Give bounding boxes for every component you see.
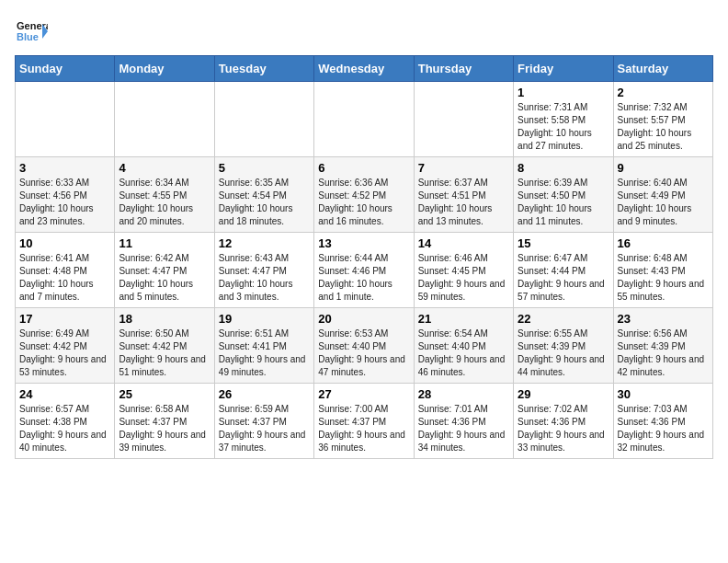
day-info: Sunrise: 7:31 AMSunset: 5:58 PMDaylight:… bbox=[518, 101, 609, 153]
day-number: 28 bbox=[418, 387, 509, 401]
day-info: Sunrise: 6:51 AMSunset: 4:41 PMDaylight:… bbox=[219, 327, 310, 379]
day-number: 12 bbox=[219, 236, 310, 250]
day-cell: 24Sunrise: 6:57 AMSunset: 4:38 PMDayligh… bbox=[16, 384, 115, 459]
day-cell: 14Sunrise: 6:46 AMSunset: 4:45 PMDayligh… bbox=[414, 233, 513, 308]
day-number: 9 bbox=[618, 161, 709, 175]
day-cell bbox=[214, 82, 313, 157]
day-cell bbox=[16, 82, 115, 157]
weekday-header-tuesday: Tuesday bbox=[214, 56, 313, 82]
logo: General Blue bbox=[15, 15, 48, 48]
week-row-5: 24Sunrise: 6:57 AMSunset: 4:38 PMDayligh… bbox=[16, 384, 713, 459]
day-cell: 10Sunrise: 6:41 AMSunset: 4:48 PMDayligh… bbox=[16, 233, 115, 308]
day-cell: 8Sunrise: 6:39 AMSunset: 4:50 PMDaylight… bbox=[514, 157, 613, 233]
day-number: 21 bbox=[418, 312, 509, 326]
day-cell: 5Sunrise: 6:35 AMSunset: 4:54 PMDaylight… bbox=[214, 157, 313, 233]
svg-text:Blue: Blue bbox=[17, 31, 39, 42]
day-number: 5 bbox=[219, 161, 310, 175]
weekday-header-friday: Friday bbox=[514, 56, 613, 82]
day-cell: 4Sunrise: 6:34 AMSunset: 4:55 PMDaylight… bbox=[115, 157, 214, 233]
day-cell: 27Sunrise: 7:00 AMSunset: 4:37 PMDayligh… bbox=[314, 384, 414, 459]
day-cell: 3Sunrise: 6:33 AMSunset: 4:56 PMDaylight… bbox=[16, 157, 115, 233]
logo-svg: General Blue bbox=[15, 15, 48, 48]
day-info: Sunrise: 6:55 AMSunset: 4:39 PMDaylight:… bbox=[518, 327, 609, 379]
day-number: 27 bbox=[318, 387, 409, 401]
day-number: 23 bbox=[618, 312, 709, 326]
day-cell: 15Sunrise: 6:47 AMSunset: 4:44 PMDayligh… bbox=[514, 233, 613, 308]
day-number: 3 bbox=[19, 161, 110, 175]
day-number: 1 bbox=[518, 86, 609, 99]
day-cell: 25Sunrise: 6:58 AMSunset: 4:37 PMDayligh… bbox=[115, 384, 214, 459]
day-cell: 17Sunrise: 6:49 AMSunset: 4:42 PMDayligh… bbox=[16, 308, 115, 384]
day-number: 26 bbox=[219, 387, 310, 401]
day-info: Sunrise: 6:50 AMSunset: 4:42 PMDaylight:… bbox=[119, 327, 210, 379]
day-number: 19 bbox=[219, 312, 310, 326]
day-cell bbox=[314, 82, 414, 157]
day-number: 20 bbox=[318, 312, 409, 326]
day-number: 6 bbox=[318, 161, 409, 175]
day-cell: 13Sunrise: 6:44 AMSunset: 4:46 PMDayligh… bbox=[314, 233, 414, 308]
day-info: Sunrise: 6:54 AMSunset: 4:40 PMDaylight:… bbox=[418, 327, 509, 379]
day-number: 14 bbox=[418, 236, 509, 250]
day-number: 11 bbox=[119, 236, 210, 250]
day-info: Sunrise: 7:02 AMSunset: 4:36 PMDaylight:… bbox=[518, 403, 609, 454]
weekday-header-monday: Monday bbox=[115, 56, 214, 82]
day-info: Sunrise: 6:57 AMSunset: 4:38 PMDaylight:… bbox=[19, 403, 110, 454]
day-number: 8 bbox=[518, 161, 609, 175]
day-number: 2 bbox=[618, 86, 709, 99]
day-cell: 20Sunrise: 6:53 AMSunset: 4:40 PMDayligh… bbox=[314, 308, 414, 384]
weekday-header-row: SundayMondayTuesdayWednesdayThursdayFrid… bbox=[16, 56, 713, 82]
day-info: Sunrise: 6:35 AMSunset: 4:54 PMDaylight:… bbox=[219, 177, 310, 228]
day-info: Sunrise: 7:32 AMSunset: 5:57 PMDaylight:… bbox=[618, 101, 709, 153]
day-number: 25 bbox=[119, 387, 210, 401]
day-cell: 2Sunrise: 7:32 AMSunset: 5:57 PMDaylight… bbox=[613, 82, 712, 157]
calendar-table: SundayMondayTuesdayWednesdayThursdayFrid… bbox=[15, 55, 713, 459]
day-number: 18 bbox=[119, 312, 210, 326]
day-info: Sunrise: 6:59 AMSunset: 4:37 PMDaylight:… bbox=[219, 403, 310, 454]
day-number: 16 bbox=[618, 236, 709, 250]
weekday-header-sunday: Sunday bbox=[16, 56, 115, 82]
day-cell: 11Sunrise: 6:42 AMSunset: 4:47 PMDayligh… bbox=[115, 233, 214, 308]
day-cell: 26Sunrise: 6:59 AMSunset: 4:37 PMDayligh… bbox=[214, 384, 313, 459]
day-number: 13 bbox=[318, 236, 409, 250]
week-row-3: 10Sunrise: 6:41 AMSunset: 4:48 PMDayligh… bbox=[16, 233, 713, 308]
day-cell: 16Sunrise: 6:48 AMSunset: 4:43 PMDayligh… bbox=[613, 233, 712, 308]
day-info: Sunrise: 6:58 AMSunset: 4:37 PMDaylight:… bbox=[119, 403, 210, 454]
day-info: Sunrise: 6:39 AMSunset: 4:50 PMDaylight:… bbox=[518, 177, 609, 228]
day-cell: 29Sunrise: 7:02 AMSunset: 4:36 PMDayligh… bbox=[514, 384, 613, 459]
day-info: Sunrise: 6:37 AMSunset: 4:51 PMDaylight:… bbox=[418, 177, 509, 228]
weekday-header-saturday: Saturday bbox=[613, 56, 712, 82]
day-info: Sunrise: 6:41 AMSunset: 4:48 PMDaylight:… bbox=[19, 252, 110, 304]
day-cell: 19Sunrise: 6:51 AMSunset: 4:41 PMDayligh… bbox=[214, 308, 313, 384]
day-number: 4 bbox=[119, 161, 210, 175]
day-info: Sunrise: 6:47 AMSunset: 4:44 PMDaylight:… bbox=[518, 252, 609, 304]
day-info: Sunrise: 6:44 AMSunset: 4:46 PMDaylight:… bbox=[318, 252, 409, 304]
day-info: Sunrise: 6:48 AMSunset: 4:43 PMDaylight:… bbox=[618, 252, 709, 304]
week-row-1: 1Sunrise: 7:31 AMSunset: 5:58 PMDaylight… bbox=[16, 82, 713, 157]
day-info: Sunrise: 6:53 AMSunset: 4:40 PMDaylight:… bbox=[318, 327, 409, 379]
day-cell: 12Sunrise: 6:43 AMSunset: 4:47 PMDayligh… bbox=[214, 233, 313, 308]
day-info: Sunrise: 6:43 AMSunset: 4:47 PMDaylight:… bbox=[219, 252, 310, 304]
day-cell: 23Sunrise: 6:56 AMSunset: 4:39 PMDayligh… bbox=[613, 308, 712, 384]
day-cell: 1Sunrise: 7:31 AMSunset: 5:58 PMDaylight… bbox=[514, 82, 613, 157]
week-row-2: 3Sunrise: 6:33 AMSunset: 4:56 PMDaylight… bbox=[16, 157, 713, 233]
day-info: Sunrise: 7:03 AMSunset: 4:36 PMDaylight:… bbox=[618, 403, 709, 454]
day-cell: 30Sunrise: 7:03 AMSunset: 4:36 PMDayligh… bbox=[613, 384, 712, 459]
day-info: Sunrise: 7:01 AMSunset: 4:36 PMDaylight:… bbox=[418, 403, 509, 454]
day-number: 15 bbox=[518, 236, 609, 250]
week-row-4: 17Sunrise: 6:49 AMSunset: 4:42 PMDayligh… bbox=[16, 308, 713, 384]
day-cell: 6Sunrise: 6:36 AMSunset: 4:52 PMDaylight… bbox=[314, 157, 414, 233]
day-info: Sunrise: 6:56 AMSunset: 4:39 PMDaylight:… bbox=[618, 327, 709, 379]
day-number: 17 bbox=[19, 312, 110, 326]
day-info: Sunrise: 6:46 AMSunset: 4:45 PMDaylight:… bbox=[418, 252, 509, 304]
day-cell bbox=[414, 82, 513, 157]
day-info: Sunrise: 6:49 AMSunset: 4:42 PMDaylight:… bbox=[19, 327, 110, 379]
weekday-header-wednesday: Wednesday bbox=[314, 56, 414, 82]
day-number: 7 bbox=[418, 161, 509, 175]
day-cell: 21Sunrise: 6:54 AMSunset: 4:40 PMDayligh… bbox=[414, 308, 513, 384]
day-number: 29 bbox=[518, 387, 609, 401]
day-info: Sunrise: 6:42 AMSunset: 4:47 PMDaylight:… bbox=[119, 252, 210, 304]
day-cell bbox=[115, 82, 214, 157]
day-cell: 28Sunrise: 7:01 AMSunset: 4:36 PMDayligh… bbox=[414, 384, 513, 459]
day-info: Sunrise: 6:40 AMSunset: 4:49 PMDaylight:… bbox=[618, 177, 709, 228]
day-cell: 22Sunrise: 6:55 AMSunset: 4:39 PMDayligh… bbox=[514, 308, 613, 384]
